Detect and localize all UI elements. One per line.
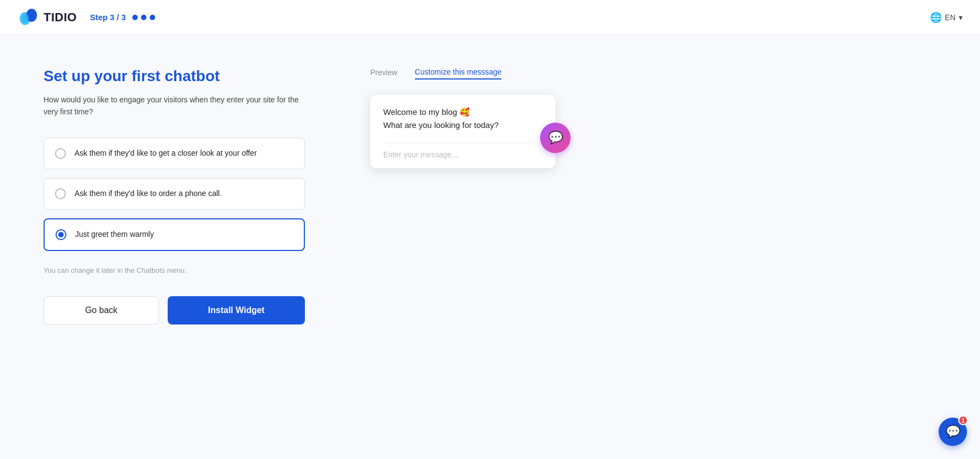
- option-offer-label: Ask them if they'd like to get a closer …: [75, 148, 257, 159]
- preview-tabs: Preview Customize this messsage: [370, 68, 936, 79]
- header: TIDIO Step 3 / 3 🌐 EN ▾: [0, 0, 980, 35]
- svg-point-2: [21, 14, 29, 23]
- option-greet-label: Just greet them warmly: [75, 229, 154, 240]
- language-label: EN: [945, 13, 955, 22]
- page-subtitle: How would you like to engage your visito…: [44, 94, 305, 118]
- radio-greet: [56, 229, 66, 240]
- hint-text: You can change it later in the Chatbots …: [44, 266, 305, 274]
- notification-badge: 1: [958, 415, 968, 425]
- chat-input-placeholder: Enter your message...: [383, 150, 458, 159]
- option-phone-label: Ask them if they'd like to order a phone…: [75, 188, 222, 199]
- language-selector[interactable]: 🌐 EN ▾: [930, 11, 963, 23]
- dot-3: [150, 15, 155, 20]
- step-indicator: Step 3 / 3: [90, 13, 155, 22]
- step-dots: [132, 15, 155, 20]
- radio-phone: [55, 188, 66, 199]
- option-greet[interactable]: Just greet them warmly: [44, 218, 305, 251]
- radio-offer: [55, 148, 66, 159]
- chat-bubble: Welcome to my blog 🥰What are you looking…: [370, 95, 555, 168]
- tab-preview[interactable]: Preview: [370, 68, 397, 79]
- page-title: Set up your first chatbot: [44, 68, 305, 85]
- chat-input-area: Enter your message...: [383, 143, 542, 160]
- chat-float-button[interactable]: 💬: [540, 123, 571, 153]
- chevron-down-icon: ▾: [959, 13, 963, 22]
- chat-float-icon: 💬: [548, 131, 563, 145]
- dot-2: [141, 15, 146, 20]
- go-back-button[interactable]: Go back: [44, 296, 159, 325]
- radio-greet-inner: [58, 232, 64, 237]
- bottom-chat-icon: 💬: [946, 425, 960, 439]
- step-label: Step 3 / 3: [90, 13, 126, 22]
- bottom-chat-widget[interactable]: 💬 1: [939, 418, 967, 446]
- button-row: Go back Install Widget: [44, 296, 305, 325]
- main-content: Set up your first chatbot How would you …: [0, 35, 980, 346]
- tab-customize[interactable]: Customize this messsage: [415, 68, 502, 79]
- globe-icon: 🌐: [930, 11, 942, 23]
- header-left: TIDIO Step 3 / 3: [17, 7, 155, 28]
- left-panel: Set up your first chatbot How would you …: [44, 68, 305, 325]
- options-list: Ask them if they'd like to get a closer …: [44, 138, 305, 251]
- dot-1: [132, 15, 138, 20]
- logo: TIDIO: [17, 7, 77, 28]
- right-panel: Preview Customize this messsage Welcome …: [370, 68, 936, 325]
- option-phone[interactable]: Ask them if they'd like to order a phone…: [44, 178, 305, 210]
- option-offer[interactable]: Ask them if they'd like to get a closer …: [44, 138, 305, 169]
- chat-preview-container: Welcome to my blog 🥰What are you looking…: [370, 95, 555, 168]
- tidio-logo-icon: [17, 7, 39, 28]
- chat-message: Welcome to my blog 🥰What are you looking…: [383, 106, 542, 132]
- logo-text: TIDIO: [44, 10, 77, 25]
- install-widget-button[interactable]: Install Widget: [168, 296, 305, 325]
